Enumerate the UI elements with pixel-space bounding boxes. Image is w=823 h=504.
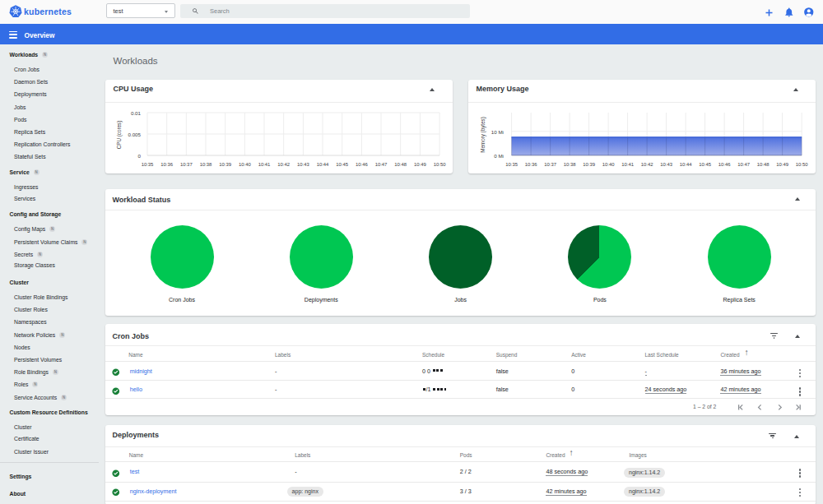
svg-text:10:49: 10:49: [414, 162, 426, 167]
svg-text:10:39: 10:39: [583, 162, 595, 167]
svg-text:10:47: 10:47: [737, 162, 750, 167]
svg-text:10:45: 10:45: [699, 162, 711, 167]
svg-text:10:35: 10:35: [505, 162, 518, 167]
svg-text:10:44: 10:44: [317, 162, 329, 167]
svg-text:10:50: 10:50: [796, 162, 808, 167]
svg-text:10:46: 10:46: [718, 162, 731, 167]
svg-text:10:36: 10:36: [160, 162, 173, 167]
svg-text:0.01: 0.01: [131, 110, 142, 116]
svg-text:10:49: 10:49: [776, 162, 788, 167]
svg-text:10:38: 10:38: [564, 162, 576, 167]
svg-text:10:37: 10:37: [180, 162, 193, 167]
svg-text:10:46: 10:46: [356, 162, 368, 167]
svg-text:10:42: 10:42: [641, 162, 653, 167]
svg-text:10:42: 10:42: [277, 162, 290, 167]
svg-text:10 Mi: 10 Mi: [491, 129, 504, 135]
svg-text:10:37: 10:37: [544, 162, 556, 167]
svg-text:10:43: 10:43: [297, 162, 309, 167]
svg-text:10:48: 10:48: [757, 162, 770, 167]
svg-text:10:50: 10:50: [434, 162, 446, 167]
svg-text:10:41: 10:41: [258, 162, 271, 167]
svg-text:10:48: 10:48: [394, 162, 407, 167]
svg-text:0.005: 0.005: [128, 132, 142, 137]
svg-text:10:38: 10:38: [200, 162, 212, 167]
svg-text:0: 0: [138, 153, 142, 159]
svg-text:10:41: 10:41: [621, 162, 634, 167]
svg-text:10:43: 10:43: [660, 162, 672, 167]
svg-text:10:35: 10:35: [142, 162, 154, 167]
svg-text:10:45: 10:45: [336, 162, 348, 167]
svg-text:10:40: 10:40: [602, 162, 615, 167]
svg-text:10:47: 10:47: [375, 162, 388, 167]
svg-text:10:44: 10:44: [680, 162, 692, 167]
svg-text:10:40: 10:40: [239, 162, 251, 167]
svg-text:10:39: 10:39: [219, 162, 231, 167]
svg-text:10:36: 10:36: [525, 162, 537, 167]
svg-text:0 Mi: 0 Mi: [494, 153, 504, 159]
